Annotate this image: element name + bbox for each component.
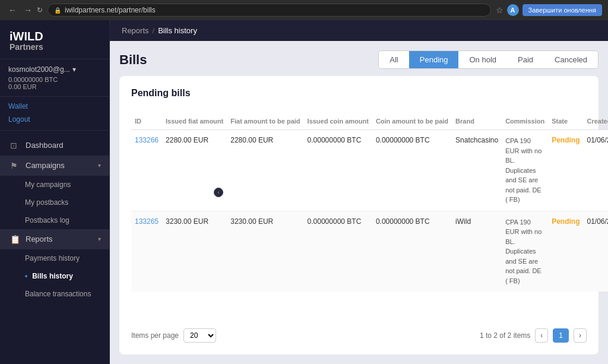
pagination-text: 1 to 2 of 2 items bbox=[480, 331, 530, 340]
bill-id-link[interactable]: 133266 bbox=[135, 136, 159, 144]
pagination-row: Items per page 10 20 50 100 1 to 2 of 2 … bbox=[131, 328, 587, 343]
cell-brand: Snatchcasino bbox=[452, 130, 502, 211]
sidebar-links: Wallet Logout bbox=[0, 97, 109, 130]
browser-chrome: ← → ↻ 🔒 iwildpartners.net/partner/bills … bbox=[0, 0, 608, 20]
sidebar-item-label: Dashboard bbox=[26, 141, 64, 150]
pagination-info: 1 to 2 of 2 items ‹ 1 › bbox=[480, 328, 587, 343]
sidebar-item-label: Campaigns bbox=[26, 161, 65, 170]
breadcrumb-separator: / bbox=[153, 26, 155, 35]
balance-eur: 0.00 EUR bbox=[8, 83, 101, 90]
chevron-down-icon: ▾ bbox=[98, 162, 101, 169]
lock-icon: 🔒 bbox=[54, 7, 61, 14]
col-issued-fiat: Issued fiat amount bbox=[162, 113, 227, 130]
cell-coin-to-pay: 0.00000000 BTC bbox=[372, 130, 452, 211]
tab-canceled[interactable]: Canceled bbox=[544, 51, 598, 68]
sidebar-item-reports[interactable]: 📋 Reports ▾ bbox=[0, 229, 109, 249]
cell-id: 133266 bbox=[131, 130, 162, 211]
sidebar-logo: iWILD Partners bbox=[0, 20, 109, 59]
cell-commission: CPA 190 EUR with no BL. Duplicates and S… bbox=[502, 211, 548, 292]
update-button[interactable]: Завершити оновлення bbox=[522, 4, 602, 16]
tab-pending[interactable]: Pending bbox=[409, 51, 459, 68]
page-title-row: Bills All Pending On hold Paid Canceled bbox=[119, 50, 598, 69]
cell-commission: CPA 190 EUR with no BL. Duplicates and S… bbox=[502, 130, 548, 211]
cell-coin-to-pay: 0.00000000 BTC bbox=[372, 211, 452, 292]
cell-issued-fiat: 2280.00 EUR bbox=[162, 130, 227, 211]
tab-paid[interactable]: Paid bbox=[507, 51, 544, 68]
reports-icon: 📋 bbox=[10, 235, 20, 244]
logo-partners: Partners bbox=[10, 43, 100, 52]
section-title: Pending bills bbox=[131, 88, 587, 99]
sidebar-item-label: My campaigns bbox=[25, 181, 71, 189]
sidebar-item-label: My postbacks bbox=[25, 198, 68, 207]
col-state: State bbox=[548, 113, 583, 130]
username-dropdown[interactable]: kosmolot2000@g... ▾ bbox=[8, 65, 101, 74]
active-bullet: • bbox=[25, 272, 27, 280]
breadcrumb-parent[interactable]: Reports bbox=[122, 26, 149, 35]
pagination-page-1[interactable]: 1 bbox=[553, 328, 569, 343]
cell-fiat-to-pay: 3230.00 EUR bbox=[227, 211, 303, 292]
sidebar-item-label: Payments history bbox=[25, 254, 80, 262]
sidebar-item-my-campaigns[interactable]: My campaigns bbox=[0, 176, 109, 194]
cell-created-at: 01/06/2024 bbox=[584, 130, 609, 211]
sidebar-item-postbacks-log[interactable]: Postbacks log bbox=[0, 211, 109, 229]
sidebar: iWILD Partners kosmolot2000@g... ▾ 0.000… bbox=[0, 20, 110, 364]
cell-brand: iWild bbox=[452, 211, 502, 292]
browser-avatar: A bbox=[507, 4, 519, 16]
cell-state: Pending bbox=[548, 130, 583, 211]
main-body: Bills All Pending On hold Paid Canceled … bbox=[110, 41, 608, 364]
col-commission: Commission bbox=[502, 113, 548, 130]
table-row: 133266 2280.00 EUR 2280.00 EUR 0.0000000… bbox=[131, 130, 608, 211]
pagination-next-button[interactable]: › bbox=[574, 328, 587, 343]
campaigns-icon: ⚑ bbox=[10, 161, 20, 170]
url-text: iwildpartners.net/partner/bills bbox=[65, 6, 156, 14]
main-content: Reports / Bills history Bills All Pendin… bbox=[110, 20, 608, 364]
page-title: Bills bbox=[119, 52, 147, 68]
balance-btc: 0.00000000 BTC bbox=[8, 76, 101, 83]
col-created-at: Created at bbox=[584, 113, 609, 130]
breadcrumb-current: Bills history bbox=[158, 26, 197, 35]
wallet-link[interactable]: Wallet bbox=[8, 100, 101, 113]
sidebar-item-bills-history[interactable]: • Bills history bbox=[0, 267, 109, 285]
col-id: ID bbox=[131, 113, 162, 130]
sidebar-item-campaigns[interactable]: ⚑ Campaigns ▾ bbox=[0, 156, 109, 176]
table-header-row: ID Issued fiat amount Fiat amount to be … bbox=[131, 113, 608, 130]
back-button[interactable]: ← bbox=[6, 4, 19, 16]
items-per-page-label: Items per page bbox=[131, 331, 179, 340]
bill-id-link[interactable]: 133265 bbox=[135, 217, 159, 226]
table-card: Pending bills ID Issued fiat amount Fiat… bbox=[119, 76, 598, 354]
filter-tabs: All Pending On hold Paid Canceled bbox=[378, 50, 598, 69]
sidebar-item-label: Reports bbox=[26, 235, 53, 243]
bookmark-icon[interactable]: ☆ bbox=[496, 5, 504, 15]
logout-link[interactable]: Logout bbox=[8, 113, 101, 126]
browser-actions: ☆ A Завершити оновлення bbox=[496, 4, 602, 16]
refresh-button[interactable]: ↻ bbox=[37, 4, 43, 16]
cell-fiat-to-pay: 2280.00 EUR bbox=[227, 130, 303, 211]
dashboard-icon: ⊡ bbox=[10, 141, 20, 150]
sidebar-item-payments-history[interactable]: Payments history bbox=[0, 249, 109, 267]
cell-created-at: 01/06/2024 bbox=[584, 211, 609, 292]
chevron-down-icon: ▾ bbox=[72, 65, 76, 74]
logo-text: iWILD Partners bbox=[10, 30, 100, 52]
app-container: iWILD Partners kosmolot2000@g... ▾ 0.000… bbox=[0, 20, 608, 364]
col-coin-to-pay: Coin amount to be paid bbox=[372, 113, 452, 130]
sidebar-item-balance-transactions[interactable]: Balance transactions bbox=[0, 285, 109, 303]
table-row: 133265 3230.00 EUR 3230.00 EUR 0.0000000… bbox=[131, 211, 608, 292]
col-fiat-to-pay: Fiat amount to be paid bbox=[227, 113, 303, 130]
forward-button[interactable]: → bbox=[21, 4, 34, 16]
sidebar-toggle-button[interactable]: ‹ bbox=[214, 188, 223, 197]
cell-state: Pending bbox=[548, 211, 583, 292]
sidebar-item-my-postbacks[interactable]: My postbacks bbox=[0, 194, 109, 211]
cell-issued-fiat: 3230.00 EUR bbox=[162, 211, 227, 292]
sidebar-item-dashboard[interactable]: ⊡ Dashboard bbox=[0, 135, 109, 156]
items-per-page-select[interactable]: 10 20 50 100 bbox=[183, 328, 216, 343]
sidebar-item-label: Bills history bbox=[32, 272, 73, 280]
col-brand: Brand bbox=[452, 113, 502, 130]
breadcrumb: Reports / Bills history bbox=[110, 20, 608, 41]
cell-id: 133265 bbox=[131, 211, 162, 292]
items-per-page: Items per page 10 20 50 100 bbox=[131, 328, 216, 343]
col-issued-coin: Issued coin amount bbox=[304, 113, 372, 130]
tab-all[interactable]: All bbox=[379, 51, 408, 68]
tab-on-hold[interactable]: On hold bbox=[458, 51, 507, 68]
pagination-prev-button[interactable]: ‹ bbox=[535, 328, 548, 343]
url-bar[interactable]: 🔒 iwildpartners.net/partner/bills bbox=[48, 4, 491, 17]
